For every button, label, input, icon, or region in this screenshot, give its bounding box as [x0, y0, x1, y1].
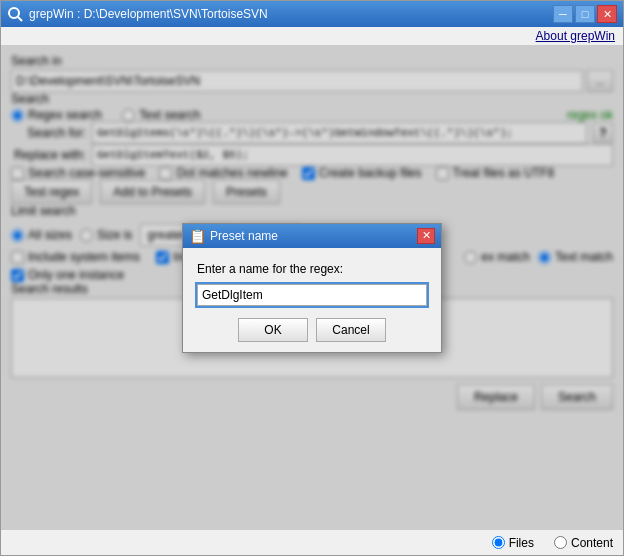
app-icon [7, 6, 23, 22]
status-bar: Files Content [1, 529, 623, 555]
main-window: grepWin : D:\Development\SVN\TortoiseSVN… [0, 0, 624, 556]
dialog-buttons: OK Cancel [197, 318, 427, 342]
dialog-overlay: 📋 Preset name ✕ Enter a name for the reg… [1, 46, 623, 529]
content-status-option[interactable]: Content [554, 536, 613, 550]
about-link[interactable]: About grepWin [536, 29, 615, 43]
window-controls: ─ □ ✕ [553, 5, 617, 23]
dialog-cancel-button[interactable]: Cancel [316, 318, 386, 342]
main-content: Search in ... Search Regex search Text [1, 46, 623, 529]
files-status-option[interactable]: Files [492, 536, 534, 550]
dialog-ok-button[interactable]: OK [238, 318, 308, 342]
svg-line-1 [18, 17, 22, 21]
dialog-close-button[interactable]: ✕ [417, 228, 435, 244]
maximize-button[interactable]: □ [575, 5, 595, 23]
dialog-title-bar: 📋 Preset name ✕ [183, 224, 441, 248]
dialog-prompt: Enter a name for the regex: [197, 262, 427, 276]
svg-point-0 [9, 8, 19, 18]
preset-name-dialog: 📋 Preset name ✕ Enter a name for the reg… [182, 223, 442, 353]
content-radio[interactable] [554, 536, 567, 549]
window-title: grepWin : D:\Development\SVN\TortoiseSVN [29, 7, 268, 21]
menu-bar: About grepWin [1, 27, 623, 46]
files-radio[interactable] [492, 536, 505, 549]
files-label: Files [509, 536, 534, 550]
title-bar: grepWin : D:\Development\SVN\TortoiseSVN… [1, 1, 623, 27]
content-label: Content [571, 536, 613, 550]
close-button[interactable]: ✕ [597, 5, 617, 23]
dialog-title: Preset name [210, 229, 278, 243]
preset-name-input[interactable] [197, 284, 427, 306]
dialog-content: Enter a name for the regex: OK Cancel [183, 248, 441, 352]
minimize-button[interactable]: ─ [553, 5, 573, 23]
dialog-icon: 📋 [189, 228, 206, 244]
